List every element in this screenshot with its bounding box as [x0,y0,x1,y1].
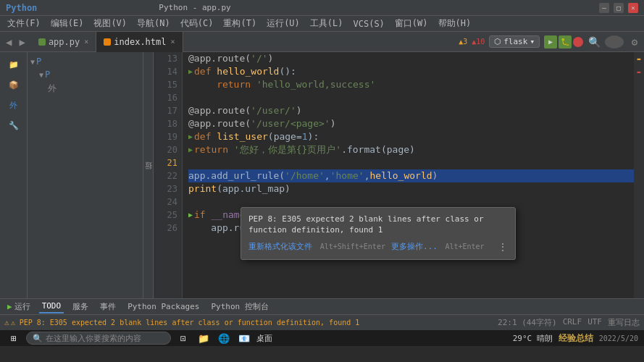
menu-help[interactable]: 帮助(H) [434,16,476,31]
title-bar-left: Python Python - app.py [6,3,231,13]
close-button[interactable]: × [628,3,638,13]
status-right: 22:1 (44字符) CRLF UTF 重写日志 [498,317,640,328]
taskbar-email[interactable]: 📧 [236,330,252,346]
taskbar-task-view[interactable]: ⊡ [175,330,191,346]
maximize-button[interactable]: □ [614,3,624,13]
line-num-13: 13 [154,52,177,65]
run-tab-services[interactable]: 服务 [70,300,91,313]
menu-file[interactable]: 文件(F) [3,16,45,31]
taskbar-explorer[interactable]: 📁 [196,330,212,346]
line-num-19: 19 [154,130,177,143]
system-bar: ⊞ 🔍 在这里输入你要搜索的内容 ⊡ 📁 🌐 📧 桌面 29°C 晴朗 经验总结… [0,330,644,346]
tree-arrow-sub: ▼ [39,71,43,79]
line-num-21: 21 [154,156,177,169]
right-gutter: ▬ ▬ [634,52,644,298]
run-bar: ▶ 运行 TODO 服务 事件 Python Packages Python 控… [0,298,644,314]
nav-back[interactable]: ◀ [3,36,14,48]
run-buttons: ▶ 🐛 [544,35,583,49]
nav-buttons[interactable]: ◀ ▶ [0,36,31,48]
tree-project-root[interactable]: ▼ P [28,55,143,68]
menu-tools[interactable]: 工具(L) [306,16,348,31]
flask-label: flask [503,37,527,46]
popup-actions: 重新格式化该文件 Alt+Shift+Enter 更多操作... Alt+Ent… [248,240,508,253]
search-box[interactable]: 🔍 在这里输入你要搜索的内容 [26,332,171,345]
search-everywhere[interactable]: 🔍 [587,35,601,49]
tab-icon-app-py [38,38,46,46]
run-tab-todo[interactable]: TODO [39,300,64,313]
tree-project-sub[interactable]: ▼ P [28,68,143,81]
menu-vcs[interactable]: VCS(S) [349,17,389,30]
tab-app-py[interactable]: app.py × [31,32,96,52]
reformat-action[interactable]: 重新格式化该文件 Alt+Shift+Enter [248,240,385,253]
more-actions[interactable]: 更多操作... Alt+Enter [391,240,485,253]
gutter-mark-2: ▬ [634,65,644,78]
run-tab-events[interactable]: 事件 [97,300,119,313]
windows-button[interactable]: ⊞ [6,330,22,346]
code-line-18: @app.route('/user/<page>') [188,117,634,130]
flask-dropdown[interactable]: ▾ [530,37,535,46]
taskbar-browser[interactable]: 🌐 [216,330,232,346]
main-content: 📁 📦 外 🔧 ▼ P ▼ P 外 运行 13 14 15 [0,52,644,298]
menu-edit[interactable]: 编辑(E) [46,16,88,31]
line-num-25: 25 [154,209,177,222]
code-line-16 [188,91,634,104]
warning-icon: ⚠ [4,318,9,327]
menu-view[interactable]: 视图(V) [89,16,131,31]
title-bar-controls[interactable]: — □ × [599,3,638,13]
tab-index-html[interactable]: index.html × [96,32,183,52]
menu-code[interactable]: 代码(C) [176,16,218,31]
app-logo: Python [6,3,37,13]
debug-button[interactable]: 🐛 [559,35,572,49]
error-popup: PEP 8: E305 expected 2 blank lines after… [241,207,516,260]
menu-run[interactable]: 运行(U) [262,16,304,31]
line-num-15: 15 [154,78,177,91]
search-icon: 🔍 [33,334,43,343]
tab-close-app-py[interactable]: × [84,38,88,46]
code-editor[interactable]: 13 14 15 16 17 18 19 20 21 22 23 24 25 2… [154,52,644,298]
run-label[interactable]: 运行 [143,172,154,178]
run-tab-packages[interactable]: Python Packages [125,300,202,313]
nav-forward[interactable]: ▶ [16,36,28,48]
tree-external[interactable]: 外 [28,81,143,96]
sidebar-project[interactable]: 📁 [3,55,25,74]
sidebar-item2[interactable]: 📦 [3,75,25,94]
taskbar-desktop[interactable]: 桌面 [256,330,272,346]
user-avatar[interactable] [605,35,624,49]
code-line-20: ▶return '您好，你是第{}页用户'.format(page) [188,143,634,156]
sidebar-item3[interactable]: 外 [3,96,25,114]
tree-root-label: P [36,56,41,67]
code-line-17: @app.route('/user/') [188,104,634,117]
run-tab-run[interactable]: ▶ 运行 [4,300,33,313]
tab-close-index-html[interactable]: × [171,38,175,46]
bookmark-icon: ▶ [188,65,193,78]
cursor-position: 22:1 (44字符) [498,317,557,328]
run-tab-console[interactable]: Python 控制台 [208,300,271,313]
code-line-15: ···· return 'hello_world,success' [188,78,634,91]
date-time: 2022/5/20 [599,334,638,342]
errors-badge: ▲10 [472,38,485,46]
line-num-14: 14 [154,65,177,78]
code-line-19: ▶def list_user(page=1): [188,130,634,143]
menu-window[interactable]: 窗口(W) [390,16,432,31]
sidebar-item4[interactable]: 🔧 [3,116,25,135]
menu-refactor[interactable]: 重构(T) [219,16,261,31]
system-right: 29°C 晴朗 经验总结 2022/5/20 [513,332,638,345]
line-num-18: 18 [154,117,177,130]
watermark: 经验总结 [559,332,593,345]
menu-nav[interactable]: 导航(N) [133,16,175,31]
run-button[interactable]: ▶ [544,35,557,49]
search-placeholder: 在这里输入你要搜索的内容 [46,333,141,344]
settings-button[interactable]: ⚙ [628,35,641,49]
play-icon-25: ▶ [188,209,193,222]
tree-external-label: 外 [48,83,57,95]
code-content[interactable]: @app.route('/') ▶def hello_world(): ····… [183,52,634,298]
tab-label-index-html: index.html [114,37,166,47]
line-num-23: 23 [154,182,177,195]
stop-button[interactable] [573,37,583,47]
flask-badge[interactable]: ⬡ flask ▾ [489,35,540,48]
title-bar: Python Python - app.py — □ × [0,0,644,16]
tab-icon-index-html [104,38,111,46]
status-bar: ⚠ ⚠ PEP 8: E305 expected 2 blank lines a… [0,314,644,330]
minimize-button[interactable]: — [599,3,609,13]
popup-more-icon[interactable]: ⋮ [498,240,508,253]
